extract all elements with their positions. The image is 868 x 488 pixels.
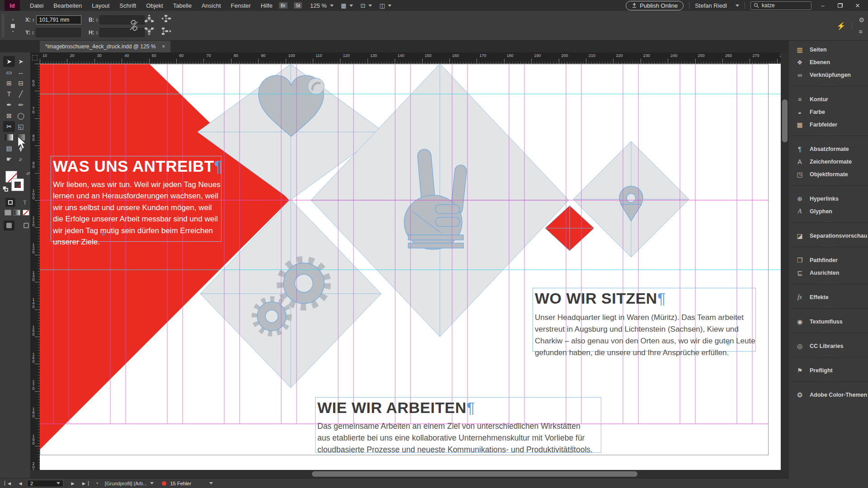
first-page-button[interactable]: ▏◀ [3,481,13,486]
scissors-tool[interactable]: ✂ [3,121,15,132]
normal-view-mode-button[interactable] [4,221,14,230]
panel-menu-icon[interactable]: ≡ [859,28,864,35]
note-tool[interactable]: ▤ [3,143,15,154]
free-transform-tool[interactable]: ◱ [15,121,27,132]
pen-tool[interactable]: ✒ [3,99,15,110]
ellipse-tool[interactable]: ◯ [15,110,27,121]
apply-gradient-button[interactable] [14,210,20,216]
screen-mode-icon[interactable]: ⊡ [360,2,365,9]
content-placer-tool[interactable]: ⊟ [15,78,27,89]
zoom-level-value[interactable]: 125 % [310,2,327,9]
default-fill-stroke-icon[interactable] [3,186,8,192]
panel-item-absatzformate[interactable]: ¶Absatzformate [789,143,868,155]
menu-item[interactable]: Hilfe [261,2,273,9]
panel-grip[interactable] [2,14,4,37]
apply-none-button[interactable] [23,210,29,216]
page-chevron-icon[interactable] [57,482,60,484]
panel-item-textumfluss[interactable]: ◉Textumfluss [789,315,868,328]
error-count[interactable]: 15 Fehler [170,481,191,486]
horizontal-scrollbar-thumb[interactable] [312,471,637,477]
menu-item[interactable]: Schrift [119,2,136,9]
panel-item-seiten[interactable]: ▥Seiten [789,43,868,56]
horizontal-scrollbar[interactable] [30,470,781,478]
panel-item-ausrichten[interactable]: ⊑Ausrichten [789,267,868,279]
y-stepper[interactable]: ▴▾ [32,30,34,35]
text-frame-wo-wir-sitzen[interactable]: WO WIR SITZEN¶ Unser Headquarter liegt i… [533,288,756,352]
document-tab[interactable]: *imagebroschuere_4eck_druck.indd @ 125 %… [40,41,170,52]
tab-close-icon[interactable]: × [162,43,165,50]
distribute-down-icon[interactable] [144,27,155,36]
profile-chevron-icon[interactable] [150,482,154,484]
x-stepper[interactable]: ▴▾ [33,18,34,22]
page-tool[interactable]: ▭ [3,67,15,78]
selection-tool[interactable]: ➤ [3,56,15,67]
view-options-chevron-icon[interactable] [349,5,353,7]
restore-button[interactable] [838,3,843,8]
panel-settings-gear-icon[interactable]: ⚙ [859,16,864,23]
constrain-proportions-broken-icon[interactable] [129,20,139,32]
gap-tool[interactable]: ↔ [15,67,27,78]
panel-item-zeichenformate[interactable]: AZeichenformate [789,155,868,168]
view-options-icon[interactable]: ▦ [341,2,346,9]
minimize-button[interactable]: – [817,2,829,9]
menu-item[interactable]: Datei [30,2,43,9]
close-button[interactable]: ✕ [852,2,863,9]
formatting-affects-text-button[interactable]: T [20,198,30,207]
content-collector-tool[interactable]: ⊞ [3,78,15,89]
previous-page-button[interactable]: ◀ [15,481,25,486]
search-input[interactable]: katze [750,1,811,10]
type-tool[interactable]: T [3,89,15,99]
vertical-scrollbar-thumb[interactable] [782,99,788,142]
document-canvas[interactable]: WAS UNS ANTREIBT¶ Wir lieben, was wir tu… [40,64,781,470]
width-stepper[interactable]: ▴▾ [96,18,98,22]
quick-apply-icon[interactable]: ⚡ [836,22,845,30]
horizontal-ruler[interactable]: 1020304050607080901001101201301401501601… [40,52,781,64]
zoom-chevron-icon[interactable] [330,5,334,7]
publish-online-button[interactable]: Publish Online [626,1,684,10]
next-page-button[interactable]: ▶ [68,481,78,486]
formatting-affects-container-button[interactable] [5,198,15,207]
panel-item-ebenen[interactable]: ❖Ebenen [789,56,868,69]
panel-item-verknuepfungen[interactable]: ∞Verknüpfungen [789,69,868,81]
rectangle-frame-tool[interactable]: ⊠ [3,110,15,121]
screen-mode-chevron-icon[interactable] [368,5,372,7]
text-frame-wie-wir-arbeiten[interactable]: WIE WIR ARBEITEN¶ Das gemeinsame Arbeite… [315,397,601,453]
page-number-field[interactable]: 2 [27,480,63,487]
panel-item-hyperlinks[interactable]: ⊕Hyperlinks [789,192,868,205]
pencil-tool[interactable]: ✏ [15,99,27,110]
stroke-swatch[interactable] [12,179,24,191]
location-diamond[interactable] [573,141,689,257]
panel-item-farbe[interactable]: ◒Farbe [789,106,868,118]
arrange-documents-chevron-icon[interactable] [388,5,392,7]
arrange-documents-icon[interactable]: ◫ [379,2,385,9]
distribute-left-icon[interactable] [161,14,172,23]
panel-item-cc-libraries[interactable]: ◎CC Libraries [789,340,868,352]
hand-tool[interactable]: ☛ [3,154,15,164]
bridge-button[interactable]: Br [279,2,288,9]
vertical-scrollbar[interactable] [781,52,789,470]
user-chevron-icon[interactable] [736,5,739,7]
panel-item-farbfelder[interactable]: ▦Farbfelder [789,118,868,131]
menu-item[interactable]: Layout [92,2,109,9]
swap-fill-stroke-icon[interactable]: ⇄ [26,171,30,176]
gradient-tool[interactable] [5,134,13,141]
distribute-up-icon[interactable] [144,14,155,23]
menu-item[interactable]: Fenster [231,2,251,9]
panel-item-separationsvorschau[interactable]: ◪Separationsvorschau [789,230,868,242]
fill-stroke-control[interactable]: ⇄ [5,171,25,192]
user-menu[interactable]: Stefan Riedl [695,2,727,9]
panel-item-effekte[interactable]: fxEffekte [789,291,868,304]
height-stepper[interactable]: ▴▾ [96,30,98,35]
line-tool[interactable]: ╱ [15,89,27,99]
error-chevron-icon[interactable] [209,482,213,484]
last-page-button[interactable]: ▶▕ [80,481,90,486]
direct-selection-tool[interactable]: ➤ [15,56,27,67]
text-frame-was-uns-antreibt[interactable]: WAS UNS ANTREIBT¶ Wir lieben, was wir tu… [51,156,222,242]
panel-item-objektformate[interactable]: ◳Objektformate [789,168,868,181]
apply-color-button[interactable] [5,210,11,216]
reference-point-proxy[interactable] [10,19,16,33]
x-field[interactable]: 101,791 mm [36,15,81,24]
ruler-corner[interactable] [30,52,40,64]
stock-button[interactable]: St [294,2,302,9]
menu-item[interactable]: Bearbeiten [53,2,82,9]
